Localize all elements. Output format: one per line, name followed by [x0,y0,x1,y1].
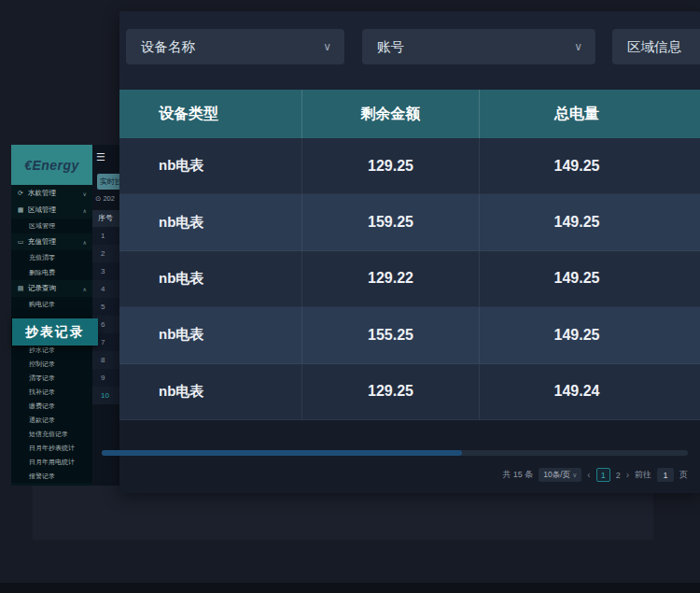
seq-row-highlighted[interactable]: 10 [92,387,119,404]
sidebar-item-adjust-records[interactable]: 找补记录 [11,385,92,399]
prev-page-button[interactable]: ‹ [587,470,590,480]
cell-total-energy: 149.25 [480,194,700,249]
device-name-dropdown[interactable]: 设备名称 ∨ [126,29,344,64]
chevron-down-icon: ∨ [574,40,582,53]
sidebar-item-purchase-records[interactable]: 购电记录 [11,297,92,312]
cell-balance: 129.22 [302,251,480,306]
sidebar-section-recharge[interactable]: ▭ 充值管理 ∧ [11,233,92,250]
seq-row[interactable]: 4 [92,280,119,298]
table-row[interactable]: nb电表 129.25 149.25 [119,138,700,194]
dropdown-label: 区域信息 [627,38,681,56]
page-button-2[interactable]: 2 [616,471,621,480]
sidebar-section-records[interactable]: ▤ 记录查询 ∧ [11,280,92,297]
date-text: 202 [103,194,115,203]
sidebar-item-sms-recharge-records[interactable]: 短信充值记录 [11,427,92,441]
cell-total-energy: 149.24 [480,364,700,419]
page-button-1-current[interactable]: 1 [596,468,610,482]
sidebar-item-delete-fee[interactable]: 删除电费 [11,265,92,280]
sidebar: €Energy ⟳ 水款管理 ∨ ▦ 区域管理 ∧ 区域管理 ▭ 充值管理 ∧ … [11,145,92,486]
clock-icon: ⊙ [95,194,101,203]
horizontal-scrollbar-thumb[interactable] [102,450,462,456]
goto-suffix-label: 页 [679,469,688,481]
background-window-strip: ☰ 实时抄表 ⊙ 202 序号 1 2 3 4 5 6 7 8 9 10 [92,145,119,486]
cell-balance: 129.25 [302,364,480,419]
sidebar-item-meter-read-records-selected[interactable]: 抄表记录 [12,318,98,346]
sidebar-item-clear-records[interactable]: 清零记录 [11,371,92,385]
dropdown-label: 设备名称 [141,38,195,56]
sidebar-section-region[interactable]: ▦ 区域管理 ∧ [11,202,92,219]
records-dialog: 设备名称 ∨ 账号 ∨ 区域信息 设备类型 剩余金额 总电量 nb电表 129.… [119,11,700,493]
chevron-down-icon: ∨ [572,472,577,479]
pagination: 共 15 条 10条/页 ∨ ‹ 1 2 › 前往 1 页 [502,468,688,482]
table-header-row: 设备类型 剩余金额 总电量 [119,90,700,138]
goto-label: 前往 [635,469,651,481]
column-header-device-type: 设备类型 [119,90,302,138]
sidebar-submenu-recharge: 充值清零 删除电费 [11,250,92,280]
cell-total-energy: 149.25 [480,251,700,306]
page-size-dropdown[interactable]: 10条/页 ∨ [539,468,581,482]
seq-row[interactable]: 8 [92,351,119,369]
records-icon: ▤ [17,285,24,292]
background-bottom-strip [0,583,700,593]
table-body: nb电表 129.25 149.25 nb电表 159.25 149.25 nb… [119,138,700,420]
seq-column-header: 序号 [92,210,119,227]
seq-row[interactable]: 2 [92,245,119,262]
sidebar-item-recharge-clear[interactable]: 充值清零 [11,250,92,265]
region-info-dropdown[interactable]: 区域信息 [612,29,700,64]
sidebar-item-control-records[interactable]: 控制记录 [11,357,92,371]
table-row[interactable]: nb电表 129.22 149.25 [119,251,700,307]
cell-device-type: nb电表 [119,194,302,249]
table-row[interactable]: nb电表 129.25 149.24 [119,364,700,420]
sidebar-section-arrears[interactable]: ⟳ 水款管理 ∨ [11,185,92,202]
cell-device-type: nb电表 [119,138,302,193]
date-picker-fragment[interactable]: ⊙ 202 [95,194,115,203]
total-count-label: 共 15 条 [502,469,533,481]
seq-row[interactable]: 9 [92,369,119,387]
recharge-icon: ▭ [17,238,24,246]
app-logo: €Energy [11,145,92,185]
chevron-down-icon: ∨ [83,191,87,197]
sidebar-item-alarm-records[interactable]: 报警记录 [11,469,92,483]
page-size-label: 10条/页 [543,470,570,481]
cell-total-energy: 149.25 [480,307,700,362]
cell-device-type: nb电表 [119,251,302,306]
table-footer-area [119,420,700,493]
chevron-up-icon: ∧ [83,286,87,292]
account-dropdown[interactable]: 账号 ∨ [362,29,595,64]
sidebar-item-region-manage[interactable]: 区域管理 [11,219,92,233]
section-label: 区域管理 [28,205,56,215]
column-header-total-energy: 总电量 [480,90,700,138]
cell-device-type: nb电表 [119,307,302,362]
sidebar-item-energy-stats[interactable]: 日月年用电统计 [11,455,92,469]
seq-row[interactable]: 5 [92,298,119,316]
cell-device-type: nb电表 [119,364,302,419]
chevron-up-icon: ∧ [83,207,87,214]
seq-row[interactable]: 3 [92,262,119,280]
cell-total-energy: 149.25 [480,138,700,193]
goto-page-input[interactable]: 1 [657,468,674,482]
section-label: 充值管理 [28,237,56,247]
sidebar-item-read-stats[interactable]: 日月年抄表统计 [11,441,92,455]
seq-row[interactable]: 1 [92,227,119,245]
column-header-balance: 剩余金额 [302,90,480,138]
sidebar-submenu-region: 区域管理 [11,219,92,233]
section-label: 水款管理 [28,189,56,198]
chevron-down-icon: ∨ [323,40,331,53]
region-icon: ▦ [17,206,24,214]
horizontal-scrollbar[interactable] [102,450,688,456]
table-row[interactable]: nb电表 155.25 149.25 [119,307,700,363]
sidebar-item-refund-records[interactable]: 退款记录 [11,413,92,427]
next-page-button[interactable]: › [626,470,629,480]
cell-balance: 159.25 [302,194,480,249]
realtime-read-button[interactable]: 实时抄表 [97,174,119,190]
chevron-up-icon: ∧ [83,239,87,246]
menu-icon[interactable]: ☰ [96,152,105,162]
dropdown-label: 账号 [377,38,404,56]
cell-balance: 129.25 [302,138,480,193]
background-panel [33,486,653,540]
section-label: 记录查询 [28,284,56,293]
arrears-icon: ⟳ [17,190,24,197]
table-row[interactable]: nb电表 159.25 149.25 [119,194,700,250]
seq-rows: 1 2 3 4 5 6 7 8 9 10 [92,227,119,404]
sidebar-item-payment-records[interactable]: 缴费记录 [11,399,92,413]
